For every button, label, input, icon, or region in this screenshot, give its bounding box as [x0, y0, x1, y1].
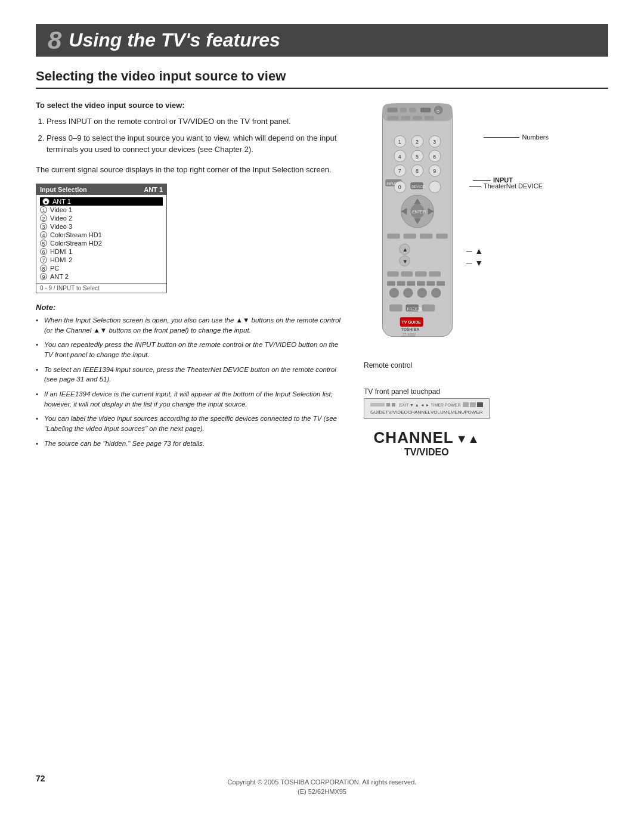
svg-rect-60 — [427, 281, 435, 286]
fp-btn-channel: CHANNEL — [408, 409, 431, 415]
svg-text:DEVICE: DEVICE — [411, 185, 425, 188]
list-item[interactable]: 4 ColorStream HD1 — [40, 231, 163, 239]
svg-point-64 — [417, 288, 427, 298]
svg-rect-54 — [415, 271, 427, 277]
list-item[interactable]: 2 Video 2 — [40, 214, 163, 222]
svg-text:7: 7 — [398, 168, 401, 174]
note-item: When the Input Selection screen is open,… — [36, 315, 346, 335]
fp-btn-menu: MENU — [451, 409, 465, 415]
svg-text:TV GUIDE: TV GUIDE — [402, 320, 422, 324]
front-panel-label: TV front panel touchpad — [364, 387, 490, 396]
remote-label: Remote control — [364, 361, 412, 370]
svg-rect-53 — [401, 271, 413, 277]
svg-rect-69 — [422, 305, 435, 312]
page-footer: Copyright © 2005 TOSHIBA CORPORATION. Al… — [0, 778, 644, 795]
input-selection-title: Input Selection — [40, 186, 87, 193]
list-item[interactable]: 8 PC — [40, 264, 163, 272]
footer-model: (E) 52/62HMX95 — [298, 788, 346, 795]
section-title: Selecting the video input source to view — [36, 69, 608, 89]
channel-text: CHANNEL — [374, 429, 454, 446]
svg-text:ENTER: ENTER — [412, 210, 426, 214]
item-label: PC — [50, 265, 59, 272]
fp-btn-volume: VOLUME — [431, 409, 451, 415]
item-label: ANT 2 — [50, 273, 69, 280]
remote-svg: O 1 2 3 — [364, 101, 471, 351]
svg-rect-57 — [397, 281, 405, 286]
fp-top-row: EXIT ▼ ▲ ◄ ► TIMER POWER — [370, 402, 483, 407]
svg-rect-46 — [420, 234, 432, 239]
item-icon: 4 — [40, 231, 47, 238]
note-section: Note: When the Input Selection screen is… — [36, 303, 346, 448]
fp-btn2 — [392, 403, 395, 406]
svg-rect-66 — [389, 305, 402, 312]
up-annotation: ▲ — [466, 246, 483, 256]
subsection-title: To select the video input source to view… — [36, 101, 346, 110]
list-item[interactable]: 3 Video 3 — [40, 222, 163, 231]
list-item[interactable]: 9 ANT 2 — [40, 272, 163, 281]
svg-rect-56 — [387, 281, 395, 286]
right-column: O 1 2 3 — [364, 101, 566, 458]
input-selection-header: Input Selection ANT 1 — [36, 184, 166, 195]
fp-right-buttons — [463, 402, 483, 407]
note-item: You can label the video input sources ac… — [36, 414, 346, 433]
item-icon: 9 — [40, 273, 47, 280]
remote-svg-wrap: O 1 2 3 — [364, 101, 471, 353]
list-item[interactable]: ● ANT 1 — [40, 197, 163, 206]
note-list: When the Input Selection screen is open,… — [36, 315, 346, 448]
down-annotation: ▼ — [466, 258, 483, 268]
input-selection-box: Input Selection ANT 1 ● ANT 1 1 Video 1 … — [36, 184, 167, 293]
svg-rect-61 — [436, 281, 445, 286]
annotations: Numbers — [484, 134, 549, 141]
fp-buttons-row: GUIDE TV/VIDEO CHANNEL VOLUME MENU POWER — [370, 409, 483, 415]
svg-text:O: O — [436, 110, 439, 113]
svg-rect-59 — [417, 281, 425, 286]
svg-rect-2 — [387, 108, 398, 113]
item-label: Video 3 — [50, 223, 72, 230]
list-item[interactable]: 6 HDMI 1 — [40, 247, 163, 256]
svg-point-36 — [429, 181, 441, 193]
item-label: ColorStream HD1 — [50, 231, 102, 238]
svg-point-65 — [431, 288, 441, 298]
theaternet-label: TheaterNet DEVICE — [484, 182, 543, 190]
input-selection-list: ● ANT 1 1 Video 1 2 Video 2 3 Video 3 — [36, 195, 166, 283]
tvvideo-text: TV/VIDEO — [364, 447, 490, 458]
item-icon: 6 — [40, 248, 47, 255]
note-item: If an IEEE1394 device is the current inp… — [36, 389, 346, 409]
svg-text:0: 0 — [398, 184, 401, 190]
steps-list: Press INPUT on the remote control or TV/… — [36, 116, 346, 156]
chapter-heading: 8 Using the TV's features — [36, 24, 608, 57]
list-item[interactable]: 1 Video 1 — [40, 206, 163, 214]
fp-btn-guide: GUIDE — [370, 409, 385, 415]
svg-text:1: 1 — [398, 139, 401, 145]
svg-text:FREEZE: FREEZE — [407, 307, 423, 311]
item-icon: ● — [42, 198, 49, 205]
item-label: ColorStream HD2 — [50, 240, 102, 247]
remote-container: O 1 2 3 — [364, 101, 566, 458]
footer-text: 0 - 9 / INPUT to Select — [40, 285, 100, 291]
svg-rect-4 — [409, 108, 416, 113]
item-label: HDMI 2 — [50, 256, 72, 263]
theaternet-annotation: TheaterNet DEVICE — [469, 182, 543, 190]
list-item[interactable]: 7 HDMI 2 — [40, 256, 163, 264]
description: The current signal source displays in th… — [36, 164, 346, 176]
svg-rect-52 — [387, 271, 399, 277]
fp-display — [370, 403, 385, 406]
item-icon: 1 — [40, 206, 47, 213]
list-item[interactable]: 5 ColorStream HD2 — [40, 239, 163, 247]
fp-btn1 — [386, 403, 390, 406]
step-1: Press INPUT on the remote control or TV/… — [47, 116, 346, 128]
item-label: Video 1 — [50, 206, 72, 213]
svg-text:TOSHIBA: TOSHIBA — [401, 327, 420, 331]
fp-btn-tvvideo: TV/VIDEO — [385, 409, 407, 415]
svg-rect-58 — [407, 281, 415, 286]
item-label: ANT 1 — [52, 198, 71, 205]
step-2: Press 0–9 to select the input source you… — [47, 132, 346, 156]
svg-text:3: 3 — [433, 139, 436, 145]
fp-rb3 — [477, 402, 483, 407]
note-title: Note: — [36, 303, 346, 312]
svg-rect-8 — [387, 116, 399, 120]
svg-text:8: 8 — [416, 168, 419, 174]
channel-tvvideo: CHANNEL ▼▲ TV/VIDEO — [364, 429, 490, 458]
fp-exit-label: EXIT ▼ ▲ ◄ ► TIMER POWER — [400, 403, 461, 407]
svg-text:2: 2 — [416, 139, 419, 145]
